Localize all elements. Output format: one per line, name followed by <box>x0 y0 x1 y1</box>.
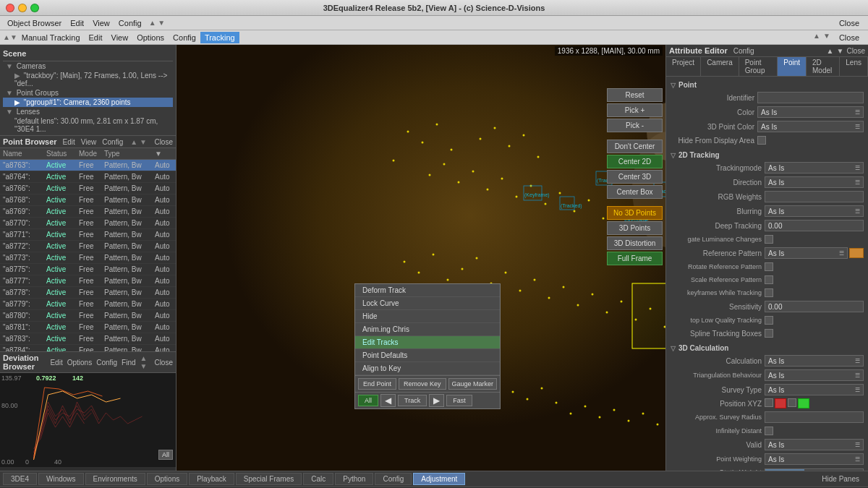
menu-tracking-tracking[interactable]: Tracking <box>200 32 239 43</box>
tree-camera-item[interactable]: ▶ "trackboy": [Main], 72 Frames, 1.00, L… <box>3 71 173 88</box>
pb-config-menu[interactable]: Config <box>102 138 123 146</box>
rgb-weights-value[interactable] <box>765 191 864 202</box>
point-weighting-value[interactable]: As Is ☰ <box>765 453 864 465</box>
deep-tracking-value[interactable]: 0.00 <box>765 220 864 231</box>
color-value[interactable]: As Is ☰ <box>757 106 864 118</box>
maximize-button[interactable] <box>30 4 39 12</box>
minimize-button[interactable] <box>18 4 27 12</box>
point-row-13[interactable]: "a8780": Active Free Pattern, Bw Auto <box>0 310 176 322</box>
hide-display-checkbox[interactable] <box>757 136 766 145</box>
ctx-point-defaults[interactable]: Point Defaults <box>355 349 500 362</box>
tab-project[interactable]: Project <box>666 57 701 76</box>
attr-close-button[interactable]: Close <box>846 47 865 55</box>
pb-close-button[interactable]: Close <box>154 138 173 146</box>
spline-tracking-checkbox[interactable] <box>765 329 773 338</box>
point-row-11[interactable]: "a8778": Active Free Pattern, Bw Auto <box>0 287 176 299</box>
point-row-3[interactable]: "a8768": Active Free Pattern, Bw Auto <box>0 194 176 206</box>
ctx-hide[interactable]: Hide <box>355 310 500 323</box>
all-button[interactable]: All <box>158 450 173 458</box>
full-frame-button[interactable]: Full Frame <box>607 252 663 265</box>
valid-value[interactable]: As Is ☰ <box>765 439 864 450</box>
tab-2d-model[interactable]: 2D Model <box>807 57 840 76</box>
tracking-nav-right[interactable]: ▼ <box>823 32 830 43</box>
menu-tracking-edit[interactable]: Edit <box>85 32 107 43</box>
infinitely-distant-checkbox[interactable] <box>765 427 773 435</box>
center-box-button[interactable]: Center Box <box>607 185 663 199</box>
tracking-left-arrow[interactable]: ▲ <box>3 33 10 41</box>
point-row-12[interactable]: "a8779": Active Free Pattern, Bw Auto <box>0 299 176 310</box>
tab-playback[interactable]: Playback <box>189 473 234 485</box>
point-row-0[interactable]: "a8763": Active Free Pattern, Bw Auto <box>0 160 176 171</box>
end-point-button[interactable]: End Point <box>358 378 396 390</box>
point-browser-rows[interactable]: "a8763": Active Free Pattern, Bw Auto "a… <box>0 160 176 351</box>
point-row-16[interactable]: "a8784": Active Free Pattern, Bw Auto <box>0 345 176 351</box>
ctx-anim-chris[interactable]: Anim.ing Chris <box>355 323 500 336</box>
trackingmode-value[interactable]: As Is ☰ <box>765 162 864 174</box>
reset-button[interactable]: Reset <box>607 88 663 102</box>
tab-special-frames[interactable]: Special Frames <box>236 473 302 485</box>
attr-nav-left[interactable]: ▲ <box>827 47 834 55</box>
identifier-value[interactable] <box>757 92 864 103</box>
center-3d-button[interactable]: Center 3D <box>607 170 663 184</box>
tree-cameras[interactable]: ▼ Cameras <box>3 61 173 71</box>
remove-key-button[interactable]: Remove Key <box>399 378 446 390</box>
tree-point-group-item[interactable]: ▶ "pgroup#1": Camera, 2360 points <box>3 98 173 107</box>
tab-environments[interactable]: Environments <box>85 473 145 485</box>
pb-view-menu[interactable]: View <box>81 138 97 146</box>
direction-value[interactable]: As Is ☰ <box>765 176 864 188</box>
triangulation-value[interactable]: As Is ☰ <box>765 369 864 381</box>
point-row-15[interactable]: "a8783": Active Free Pattern, Bw Auto <box>0 333 176 345</box>
db-options-menu[interactable]: Options <box>67 359 92 367</box>
tab-3de4[interactable]: 3DE4 <box>3 473 37 485</box>
pick-plus-button[interactable]: Pick + <box>607 103 663 117</box>
keyframes-tracking-checkbox[interactable] <box>765 288 773 297</box>
no-3d-points-button[interactable]: No 3D Points <box>607 206 663 220</box>
tab-options[interactable]: Options <box>147 473 187 485</box>
tracking-nav-left[interactable]: ▲ <box>813 32 820 43</box>
pos-x-checkbox[interactable] <box>765 398 773 407</box>
db-edit-menu[interactable]: Edit <box>50 359 62 367</box>
tree-lenses[interactable]: ▼ Lenses <box>3 107 173 116</box>
tab-python[interactable]: Python <box>335 473 373 485</box>
point-row-10[interactable]: "a8777": Active Free Pattern, Bw Auto <box>0 275 176 287</box>
static-weight-slider[interactable] <box>765 468 864 471</box>
tracking-right-arrow[interactable]: ▼ <box>10 33 17 41</box>
attr-config-menu[interactable]: Config <box>733 47 754 55</box>
blurring-value[interactable]: As Is ☰ <box>765 205 864 217</box>
point-row-6[interactable]: "a8771": Active Free Pattern, Bw Auto <box>0 229 176 241</box>
tab-point[interactable]: Point <box>778 57 807 76</box>
menu-edit[interactable]: Edit <box>66 17 88 29</box>
sensitivity-value[interactable]: 0.00 <box>765 301 864 312</box>
point-row-2[interactable]: "a8766": Active Free Pattern, Bw Auto <box>0 183 176 194</box>
db-close-button[interactable]: Close <box>154 359 173 367</box>
tree-point-groups[interactable]: ▼ Point Groups <box>3 88 173 98</box>
close-button[interactable] <box>6 4 14 12</box>
tab-point-group[interactable]: Point Group <box>739 57 778 76</box>
hide-panes[interactable]: Hide Panes <box>816 474 865 484</box>
tree-lens-item[interactable]: "default lens": 30.00 mm, 2.81 cm x 1.87… <box>3 116 173 134</box>
tracking-close-button[interactable]: Close <box>833 32 865 43</box>
point-row-14[interactable]: "a8781": Active Free Pattern, Bw Auto <box>0 322 176 333</box>
menu-tracking-view[interactable]: View <box>107 32 133 43</box>
low-quality-checkbox[interactable] <box>765 316 773 325</box>
center-2d-button[interactable]: Center 2D <box>607 155 663 168</box>
ctx-lock-curve[interactable]: Lock Curve <box>355 297 500 310</box>
menu-view[interactable]: View <box>88 17 114 29</box>
pos-y-checkbox[interactable] <box>788 398 796 407</box>
track-prev-button[interactable]: ◀ <box>380 394 396 407</box>
track-button[interactable]: Track <box>398 395 427 406</box>
point-row-7[interactable]: "a8772": Active Free Pattern, Bw Auto <box>0 241 176 252</box>
all-btn[interactable]: All <box>358 395 378 406</box>
dont-center-button[interactable]: Don't Center <box>607 140 663 153</box>
reference-pattern-value[interactable]: As Is ☰ <box>765 247 848 259</box>
tab-calc[interactable]: Calc <box>303 473 333 485</box>
fast-button[interactable]: Fast <box>446 395 472 406</box>
point-row-8[interactable]: "a8773": Active Free Pattern, Bw Auto <box>0 252 176 264</box>
scale-ref-pattern-checkbox[interactable] <box>765 275 773 284</box>
db-config-menu[interactable]: Config <box>96 359 117 367</box>
db-find-menu[interactable]: Find <box>122 359 135 367</box>
gate-luminance-checkbox[interactable] <box>765 235 773 244</box>
tab-lens[interactable]: Lens <box>840 57 868 76</box>
gauge-marker-button[interactable]: Gauge Marker <box>448 378 498 390</box>
menu-config[interactable]: Config <box>114 17 146 29</box>
